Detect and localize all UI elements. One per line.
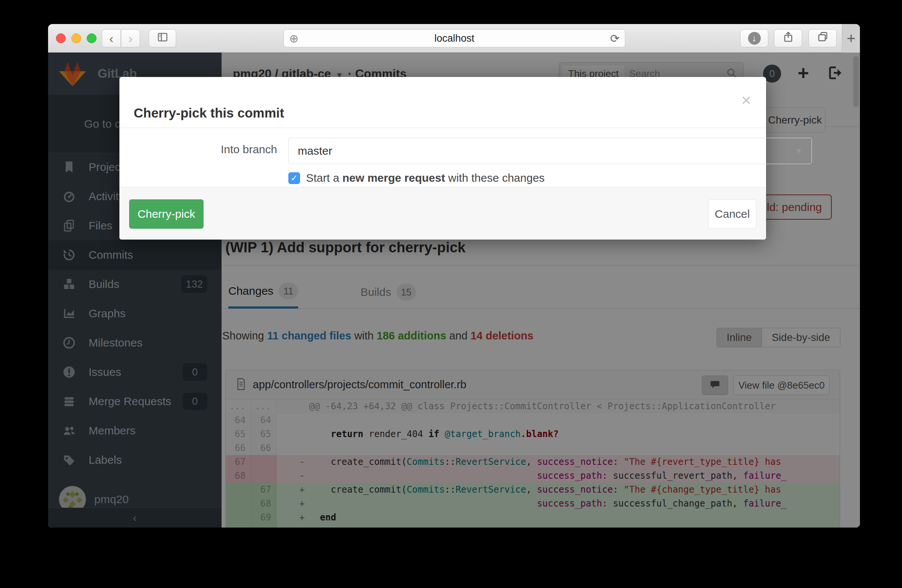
tabs-icon [817,31,829,46]
cherry-pick-modal: Cherry-pick this commit × Into branch ma… [119,77,766,239]
start-mr-label[interactable]: Start a new merge request with these cha… [306,172,545,185]
screenshot-frame: ‹ › ⊕ localhost ⟳ ↓ + [0,0,902,588]
branch-select[interactable]: master ▼ [288,138,812,164]
sidebar-toggle-button[interactable] [149,29,176,47]
plus-icon: + [847,30,855,47]
refresh-icon[interactable]: ⟳ [610,32,620,45]
forward-button[interactable]: › [121,29,140,47]
browser-toolbar: ‹ › ⊕ localhost ⟳ ↓ + [48,24,860,53]
sidebar-icon [157,31,168,46]
page-scrollbar[interactable] [853,56,859,107]
reader-plus-icon[interactable]: ⊕ [289,32,299,45]
into-branch-label: Into branch [119,143,277,156]
minimize-window-button[interactable] [71,33,81,43]
select-caret-icon: ▼ [795,147,802,155]
back-button[interactable]: ‹ [102,29,121,47]
zoom-window-button[interactable] [87,33,97,43]
branch-value: master [298,145,332,157]
web-viewport: GitLab Go to d ProjectActivityFilesCommi… [48,53,860,527]
checkbox-text-prefix: Start a [306,172,343,184]
new-tab-button[interactable]: + [842,24,860,53]
start-mr-checkbox[interactable]: ✓ [288,172,300,184]
address-bar[interactable]: ⊕ localhost ⟳ [283,29,625,47]
share-button[interactable] [774,29,802,47]
checkbox-text-suffix: with these changes [445,172,545,184]
close-icon[interactable]: × [741,92,751,108]
browser-window: ‹ › ⊕ localhost ⟳ ↓ + [48,24,860,527]
back-icon: ‹ [109,31,113,46]
close-window-button[interactable] [56,33,66,43]
checkbox-text-bold: new merge request [343,172,445,184]
show-tabs-button[interactable] [808,29,837,47]
modal-title: Cherry-pick this commit [134,105,284,120]
downloads-button[interactable]: ↓ [740,29,768,47]
modal-header: Cherry-pick this commit × [119,77,766,128]
cherry-pick-confirm-button[interactable]: Cherry-pick [129,199,204,229]
download-icon: ↓ [748,32,761,45]
url-text: localhost [284,33,625,44]
share-icon [782,31,794,46]
cancel-button[interactable]: Cancel [708,199,756,229]
modal-footer: Cherry-pick Cancel [119,187,766,239]
forward-icon: › [128,31,133,46]
start-mr-checkbox-row: ✓ Start a new merge request with these c… [288,172,545,185]
modal-body: Into branch master ▼ ✓ Start a new merge… [119,128,766,187]
